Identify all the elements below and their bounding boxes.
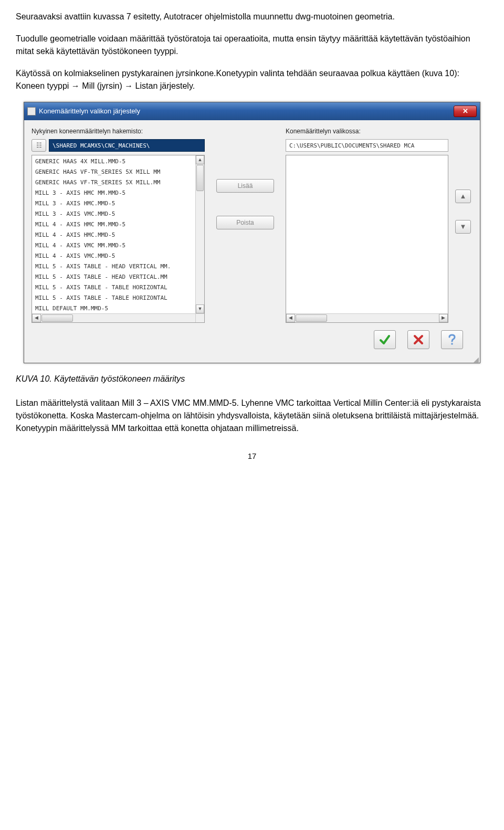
close-button[interactable]: ✕ [454,106,477,117]
app-icon [27,107,36,115]
add-button[interactable]: Lisää [216,179,274,193]
list-item[interactable]: MILL 5 - AXIS TABLE - HEAD VERTICAL MM. [32,261,204,272]
resize-grip[interactable]: ◢ [24,358,480,363]
machine-config-dialog: Konemäärittelyn valikon järjestely ✕ Nyk… [24,102,480,363]
scroll-thumb[interactable] [196,165,204,191]
figure-caption: KUVA 10. Käytettävän työstökoneen määrit… [16,373,488,385]
ok-button[interactable] [374,330,396,349]
list-item[interactable]: MILL 4 - AXIS VMC.MMD-5 [32,251,204,261]
move-down-button[interactable]: ▼ [455,220,471,234]
cancel-button[interactable] [407,330,429,349]
menu-directory-path[interactable]: C:\USERS\PUBLIC\DOCUMENTS\SHARED MCA [286,139,448,152]
horizontal-scrollbar[interactable]: ◀ ▶ [286,313,448,322]
move-up-button[interactable]: ▲ [455,190,471,203]
list-item[interactable]: GENERIC HAAS VF-TR_SERIES 5X MILL MM [32,167,204,177]
scroll-thumb-h[interactable] [296,314,327,322]
arrow-up-icon: ▲ [460,191,467,202]
right-list-label: Konemäärittelyn valikossa: [286,127,448,136]
paragraph: Tuodulle geometrialle voidaan määrittää … [16,33,488,58]
list-item[interactable]: MILL 4 - AXIS HMC.MMD-5 [32,230,204,240]
list-item[interactable]: MILL 4 - AXIS HMC MM.MMD-5 [32,219,204,230]
current-directory-path[interactable]: \SHARED MCAMX5\CNC_MACHINES\ [49,139,205,152]
paragraph: Listan määrittelystä valitaan Mill 3 – A… [16,397,488,435]
tree-icon: ☷ [36,141,42,150]
vertical-scrollbar[interactable]: ▲ ▼ [195,155,204,313]
scroll-left-button[interactable]: ◀ [286,314,295,322]
list-item[interactable]: GENERIC HAAS 4X MILL.MMD-5 [32,156,204,167]
list-item[interactable]: MILL 3 - AXIS VMC.MMD-5 [32,209,204,219]
arrow-down-icon: ▼ [460,222,467,232]
remove-button[interactable]: Poista [216,216,274,229]
list-item[interactable]: MILL 5 - AXIS TABLE - TABLE HORIZONTAL [32,282,204,293]
left-list-label: Nykyinen koneenmäärittelyn hakemisto: [32,127,205,136]
horizontal-scrollbar[interactable]: ◀ ▶ [32,313,204,322]
close-icon: ✕ [463,106,468,117]
scroll-left-button[interactable]: ◀ [32,314,41,322]
list-item[interactable]: MILL 5 - AXIS TABLE - TABLE HORIZONTAL [32,293,204,303]
list-item[interactable]: MILL 4 - AXIS VMC MM.MMD-5 [32,240,204,251]
list-item[interactable]: MILL 3 - AXIS HMC.MMD-5 [32,198,204,209]
menu-machines-list[interactable]: ◀ ▶ [286,155,448,323]
paragraph: Seuraavaksi avattiin kuvassa 7 esitetty,… [16,10,488,23]
list-item[interactable]: GENERIC HAAS VF-TR_SERIES 5X MILL.MM [32,177,204,188]
titlebar: Konemäärittelyn valikon järjestely ✕ [24,102,480,120]
page-number: 17 [16,450,488,463]
svg-point-0 [451,343,453,345]
dialog-title: Konemäärittelyn valikon järjestely [39,106,140,117]
list-item[interactable]: MILL 3 - AXIS HMC MM.MMD-5 [32,188,204,198]
help-button[interactable] [441,330,463,349]
list-item[interactable]: MILL 5 - AXIS TABLE - HEAD VERTICAL.MM [32,272,204,282]
check-icon [379,334,391,345]
browse-tree-button[interactable]: ☷ [32,139,46,152]
x-icon [413,334,424,345]
question-icon [447,334,457,345]
scroll-thumb-h[interactable] [41,314,73,322]
scroll-up-button[interactable]: ▲ [196,155,204,164]
scroll-right-button[interactable]: ▶ [439,314,448,322]
paragraph: Käytössä on kolmiakselinen pystykarainen… [16,67,488,92]
list-item[interactable]: MILL DEFAULT MM.MMD-5 [32,303,204,314]
machine-files-list[interactable]: GENERIC HAAS 4X MILL.MMD-5GENERIC HAAS V… [32,155,205,323]
scroll-down-button[interactable]: ▼ [196,304,204,313]
